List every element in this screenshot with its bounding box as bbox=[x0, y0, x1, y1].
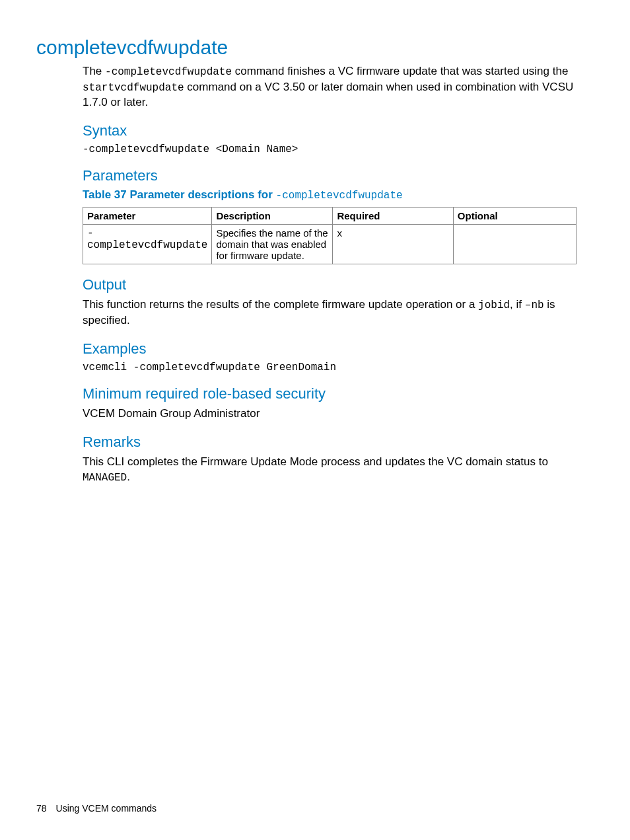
parameters-table: Parameter Description Required Optional … bbox=[83, 207, 577, 264]
syntax-heading: Syntax bbox=[83, 122, 594, 139]
security-heading: Minimum required role-based security bbox=[83, 385, 594, 402]
intro-text-2: command finishes a VC firmware update th… bbox=[232, 65, 568, 77]
table-caption-cmd: -completevcdfwupdate bbox=[276, 190, 403, 202]
content-body: The -completevcdfwupdate command finishe… bbox=[36, 64, 594, 485]
output-code-2: –nb bbox=[525, 299, 544, 311]
remarks-heading: Remarks bbox=[83, 434, 594, 451]
remarks-paragraph: This CLI completes the Firmware Update M… bbox=[83, 455, 594, 486]
examples-command: vcemcli -completevcdfwupdate GreenDomain bbox=[83, 362, 594, 373]
intro-code-2: startvcdfwupdate bbox=[83, 82, 184, 94]
security-text: VCEM Domain Group Administrator bbox=[83, 406, 594, 422]
th-required: Required bbox=[333, 208, 453, 225]
output-text-1: This function returns the results of the… bbox=[83, 298, 478, 311]
remarks-text-2: . bbox=[127, 471, 130, 483]
remarks-text-1: This CLI completes the Firmware Update M… bbox=[83, 455, 548, 468]
th-parameter: Parameter bbox=[83, 208, 212, 225]
output-text-2: , if bbox=[510, 298, 525, 311]
page-footer: 78Using VCEM commands bbox=[36, 803, 157, 814]
page-title: completevcdfwupdate bbox=[36, 36, 594, 59]
td-description: Specifies the name of the domain that wa… bbox=[212, 225, 333, 264]
th-description: Description bbox=[212, 208, 333, 225]
intro-paragraph: The -completevcdfwupdate command finishe… bbox=[83, 64, 594, 110]
table-row: -completevcdfwupdate Specifies the name … bbox=[83, 225, 577, 264]
page-number: 78 bbox=[36, 803, 47, 814]
td-required: x bbox=[333, 225, 453, 264]
table-caption: Table 37 Parameter descriptions for -com… bbox=[83, 188, 594, 202]
td-optional bbox=[453, 225, 576, 264]
output-code-1: jobid bbox=[478, 299, 510, 311]
output-paragraph: This function returns the results of the… bbox=[83, 297, 594, 328]
th-optional: Optional bbox=[453, 208, 576, 225]
examples-heading: Examples bbox=[83, 340, 594, 358]
page-container: completevcdfwupdate The -completevcdfwup… bbox=[0, 0, 630, 485]
td-parameter: -completevcdfwupdate bbox=[83, 225, 212, 264]
footer-section: Using VCEM commands bbox=[56, 803, 157, 814]
remarks-code-1: MANAGED bbox=[83, 472, 127, 484]
parameters-heading: Parameters bbox=[83, 167, 594, 184]
table-caption-prefix: Table 37 Parameter descriptions for bbox=[83, 188, 276, 201]
table-header-row: Parameter Description Required Optional bbox=[83, 208, 577, 225]
intro-text-1: The bbox=[83, 65, 105, 77]
syntax-command: -completevcdfwupdate <Domain Name> bbox=[83, 143, 594, 155]
output-heading: Output bbox=[83, 276, 594, 293]
intro-code-1: -completevcdfwupdate bbox=[105, 66, 232, 78]
